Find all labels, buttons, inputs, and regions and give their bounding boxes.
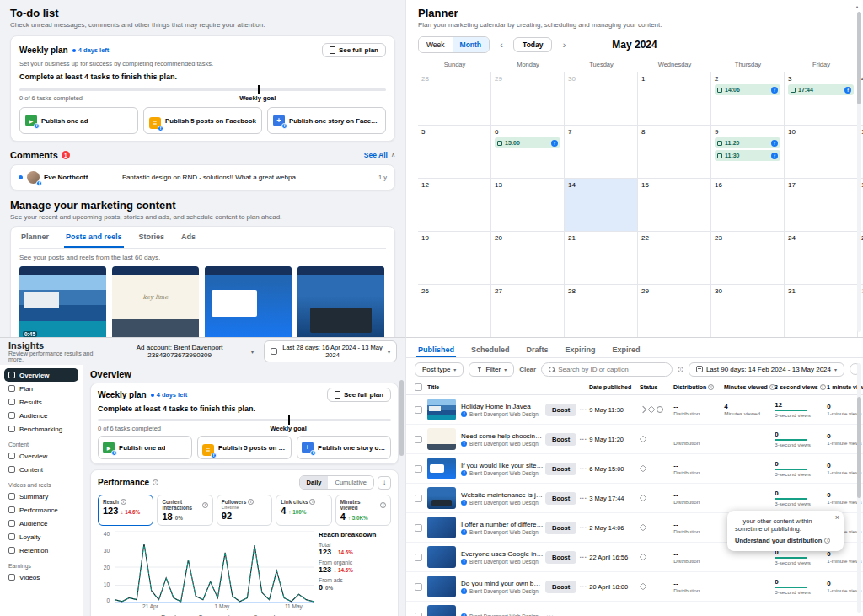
info-icon[interactable]: i [678, 367, 683, 372]
clear-filters-button[interactable]: Clear [519, 366, 536, 373]
view-toggle-option[interactable]: Week [419, 37, 453, 52]
calendar-cell[interactable]: 10 [785, 126, 858, 179]
boost-button[interactable]: Boost [545, 492, 576, 505]
view-toggle-option[interactable]: Month [453, 37, 490, 52]
post-card[interactable]: If you would like your site t... 6 May 2… [205, 266, 292, 337]
calendar-cell[interactable]: 1 [638, 72, 711, 126]
table-row[interactable]: Website maintenance is just like car ...… [406, 484, 863, 513]
comment-item[interactable]: f Eve Northcott Fantastic design on RND … [19, 171, 387, 184]
metric-card[interactable]: Reachi 123↓ 14.6% [98, 495, 153, 526]
sidebar-item[interactable]: Results [4, 395, 78, 409]
sidebar-item[interactable]: Videos and reels [4, 479, 78, 490]
scrollbar[interactable] [857, 363, 861, 613]
calendar-cell[interactable]: 13 [491, 179, 565, 232]
calendar-cell[interactable]: 23 [711, 232, 785, 285]
select-all-checkbox[interactable] [415, 383, 422, 391]
marketing-tab[interactable]: Planner [19, 227, 51, 248]
calendar-cell[interactable]: 20 [491, 232, 565, 285]
column-header[interactable]: Date published [589, 384, 640, 390]
calendar-cell[interactable]: 24 [785, 232, 858, 285]
sidebar-item[interactable]: Audience [4, 517, 78, 530]
calendar-cell[interactable]: 5 [418, 126, 491, 179]
column-header[interactable]: Title [427, 384, 589, 390]
scroll-up-button[interactable]: ▴ [853, 2, 861, 10]
calendar-event[interactable]: 11:20 f [715, 137, 780, 148]
chevron-up-icon[interactable]: ∧ [391, 152, 395, 158]
calendar-event[interactable]: 11:30 f [715, 150, 780, 161]
calendar-cell[interactable]: 21 [565, 232, 638, 285]
insights-date-range[interactable]: Last 28 days: 16 Apr 2024 - 13 May 2024▾ [264, 340, 397, 362]
calendar-cell[interactable]: 31 [785, 285, 858, 337]
calendar-cell[interactable]: 30 [565, 72, 638, 126]
metric-card[interactable]: Content interactionsi 180% [157, 495, 212, 526]
calendar-cell[interactable]: 3 17:44 f [785, 72, 858, 126]
calendar-cell[interactable]: 9 11:20 f 11:30 [711, 126, 785, 179]
toggle-option[interactable]: Cumulative [328, 476, 373, 489]
boost-button[interactable]: Boost [545, 522, 576, 534]
post-card[interactable]: key lime Need some help choosing a f... … [112, 266, 199, 337]
sidebar-item[interactable]: Earnings [4, 560, 78, 570]
sidebar-item[interactable]: Content [4, 463, 78, 476]
next-month-button[interactable]: › [557, 38, 571, 51]
task-card[interactable]: f Publish one ad [98, 436, 192, 459]
calendar-cell[interactable]: 30 [711, 285, 785, 337]
close-icon[interactable]: × [835, 513, 839, 522]
sidebar-item[interactable]: Audience [4, 409, 78, 422]
calendar-cell[interactable]: 28 [565, 285, 638, 337]
boost-button[interactable]: Boost [545, 551, 576, 564]
more-options-button[interactable]: ⋯ [576, 523, 589, 532]
row-checkbox[interactable] [415, 583, 422, 591]
column-header[interactable]: Distributioni [673, 384, 724, 390]
see-full-plan-button[interactable]: See full plan [322, 43, 386, 57]
table-row[interactable]: If you would like your site to have its … [406, 454, 863, 484]
row-checkbox[interactable] [415, 554, 422, 561]
task-card[interactable]: f Publish one story on Facebook [267, 107, 386, 134]
info-icon[interactable]: i [153, 479, 158, 485]
scrollbar[interactable] [399, 372, 404, 608]
calendar-cell[interactable]: 29 [638, 285, 711, 337]
export-button[interactable]: ↓ [378, 476, 391, 490]
metric-card[interactable]: Minutes viewedi 4↑ 5.0K% [335, 495, 391, 526]
calendar-cell[interactable]: 6 15:00 f [491, 126, 565, 179]
calendar-cell[interactable]: 27 [491, 285, 565, 337]
sidebar-item[interactable]: Overview [4, 368, 78, 382]
ad-account-selector[interactable]: Ad account: Brent Davenport 238430736739… [110, 344, 254, 359]
table-row[interactable]: Need some help choosing a font for y... … [406, 425, 863, 454]
table-row[interactable]: Holiday Home In Javea fBrent Davenport W… [406, 395, 863, 425]
boost-button[interactable]: Boost [545, 433, 576, 446]
task-card[interactable]: f Publish 5 posts on Facebook [197, 436, 292, 459]
sidebar-item[interactable]: Videos [4, 570, 78, 584]
row-checkbox[interactable] [415, 613, 422, 616]
toggle-option[interactable]: Daily [300, 476, 329, 489]
calendar-cell[interactable]: 26 [418, 285, 491, 337]
calendar-cell[interactable]: 12 [418, 179, 491, 232]
more-options-button[interactable]: ⋯ [576, 494, 589, 502]
scrollbar[interactable] [857, 12, 861, 332]
sidebar-item[interactable]: Content [4, 439, 78, 449]
calendar-cell[interactable]: 29 [491, 72, 565, 126]
sidebar-item[interactable]: Plan [4, 382, 78, 395]
more-options-button[interactable]: ⋯ [576, 464, 589, 473]
calendar-cell[interactable]: 8 [638, 126, 711, 179]
row-checkbox[interactable] [415, 406, 422, 414]
content-tab[interactable]: Expiring [564, 338, 598, 357]
sidebar-item[interactable]: Overview [4, 449, 78, 463]
sidebar-item[interactable]: Loyalty [4, 530, 78, 544]
table-row[interactable]: fBrent Davenport Web Design ⋯ [406, 602, 863, 616]
marketing-tab[interactable]: Posts and reels [64, 227, 124, 248]
content-tab[interactable]: Published [416, 338, 456, 357]
sidebar-item[interactable]: Retention [4, 544, 78, 557]
filter-button[interactable]: Filter▾ [469, 362, 514, 377]
more-options-button[interactable]: ⋯ [576, 553, 589, 561]
table-row[interactable]: Do you mind your own business? Or d... f… [406, 572, 863, 602]
content-tab[interactable]: Scheduled [469, 338, 512, 357]
row-checkbox[interactable] [415, 465, 422, 473]
boost-button[interactable]: Boost [545, 404, 576, 416]
calendar-event[interactable]: 17:44 f [788, 84, 854, 95]
row-checkbox[interactable] [415, 524, 422, 532]
calendar-cell[interactable]: 14 [565, 179, 638, 232]
calendar-cell[interactable]: 15 [638, 179, 711, 232]
metric-card[interactable]: Link clicksi 4↑ 100% [276, 495, 331, 526]
content-date-range[interactable]: Last 90 days: 14 Feb 2024 - 13 May 2024▾ [689, 362, 844, 377]
row-checkbox[interactable] [415, 495, 422, 502]
